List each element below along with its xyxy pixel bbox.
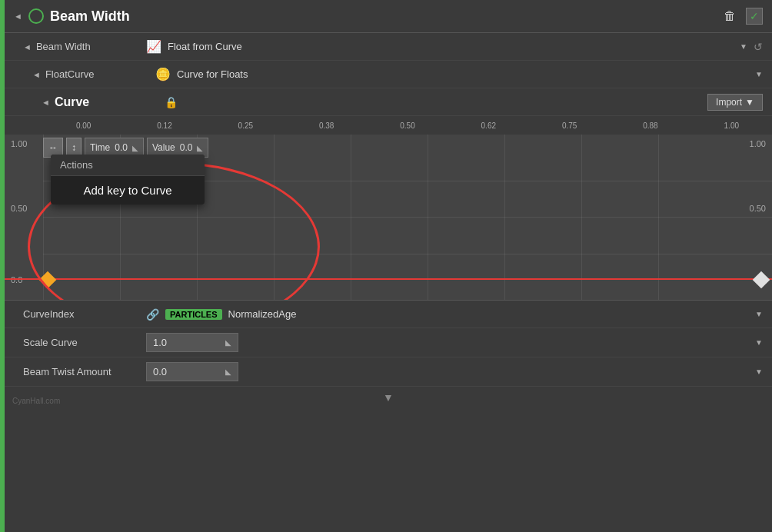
delete-button[interactable]: 🗑 <box>720 8 740 25</box>
curve-for-floats-text: Curve for Floats <box>177 68 248 80</box>
beam-width-collapse[interactable]: ◄ <box>23 42 32 52</box>
float-curve-label: ◄ FloatCurve <box>32 68 155 80</box>
float-curve-value: 🪙 Curve for Floats ▼ <box>155 67 763 81</box>
red-baseline <box>5 278 772 280</box>
scroll-down-arrow: ▼ <box>383 391 394 404</box>
beam-twist-input[interactable]: 0.0 ◣ <box>146 362 238 381</box>
beam-width-prop-row: ◄ Beam Width 📈 Float from Curve ▼ ↺ <box>5 33 772 61</box>
curve-ruler: 0.00 0.12 0.25 0.38 0.50 0.62 0.75 0.88 … <box>5 116 772 135</box>
curve-label: ◄ Curve <box>42 95 165 109</box>
beam-twist-value-text: 0.0 <box>153 366 167 377</box>
ruler-tick-1: 0.12 <box>124 121 205 130</box>
float-curve-icon: 📈 <box>146 39 161 54</box>
time-label: Time <box>90 142 110 153</box>
float-curve-prop-row: ◄ FloatCurve 🪙 Curve for Floats ▼ <box>5 61 772 88</box>
context-menu-header: Actions <box>51 155 205 176</box>
scale-curve-dropdown-arrow[interactable]: ▼ <box>755 338 763 347</box>
curve-index-label: CurveIndex <box>23 308 146 320</box>
beam-width-value: 📈 Float from Curve ▼ ↺ <box>146 39 763 54</box>
import-label: Import <box>716 97 742 108</box>
beam-width-dropdown-arrow[interactable]: ▼ <box>740 42 747 51</box>
scale-curve-value-text: 1.0 <box>153 337 167 348</box>
particles-badge: PARTICLES <box>165 309 222 320</box>
curve-index-value: 🔗 PARTICLES NormalizedAge ▼ <box>146 308 763 321</box>
y-label-top-right: 1.00 <box>750 139 766 148</box>
ruler-tick-6: 0.75 <box>529 121 610 130</box>
time-expand-icon: ◣ <box>132 144 138 152</box>
scale-curve-expand-icon: ◣ <box>225 338 231 347</box>
grid-h-2 <box>43 254 772 254</box>
ruler-tick-8: 1.00 <box>691 121 772 130</box>
beam-twist-label-text: Beam Twist Amount <box>23 366 111 377</box>
curve-prop-row: ◄ Curve 🔒 Import ▼ <box>5 88 772 116</box>
beam-width-label-text: Beam Width <box>36 41 91 52</box>
collapse-arrow[interactable]: ◄ <box>14 12 22 21</box>
ruler-tick-5: 0.62 <box>448 121 529 130</box>
y-label-mid-left: 0.50 <box>11 204 27 213</box>
enable-checkbox[interactable] <box>746 8 763 25</box>
import-dropdown-arrow: ▼ <box>745 97 754 108</box>
time-value: 0.0 <box>115 142 128 153</box>
scale-curve-label: Scale Curve <box>23 337 146 348</box>
curve-editor[interactable]: 0.00 0.12 0.25 0.38 0.50 0.62 0.75 0.88 … <box>5 116 772 301</box>
y-label-top-left: 1.00 <box>11 139 27 148</box>
y-label-mid-right: 0.50 <box>750 204 766 213</box>
watermark-text: CyanHall.com <box>12 397 60 405</box>
header-row: ◄ Beam Width 🗑 <box>5 0 772 33</box>
scale-curve-row: Scale Curve 1.0 ◣ ▼ <box>5 328 772 357</box>
keyframe-right[interactable] <box>753 271 770 289</box>
float-curve-label-text: FloatCurve <box>45 68 95 80</box>
float-curve-dropdown-arrow[interactable]: ▼ <box>755 70 763 78</box>
value-expand-icon: ◣ <box>197 144 203 152</box>
ruler-tick-0: 0.00 <box>43 121 124 130</box>
import-button[interactable]: Import ▼ <box>707 94 763 111</box>
add-key-to-curve-item[interactable]: Add key to Curve <box>51 176 205 204</box>
main-container: ◄ Beam Width 🗑 ◄ Beam Width 📈 Float from… <box>0 0 772 532</box>
curve-index-value-text: NormalizedAge <box>228 308 297 320</box>
keyframe-left[interactable] <box>39 271 57 289</box>
ruler-tick-3: 0.38 <box>286 121 367 130</box>
beam-width-label: ◄ Beam Width <box>23 41 146 52</box>
ruler-tick-2: 0.25 <box>205 121 286 130</box>
scroll-indicator[interactable]: ▼ <box>5 387 772 408</box>
beam-twist-label: Beam Twist Amount <box>23 366 146 377</box>
beam-twist-dropdown-arrow[interactable]: ▼ <box>755 367 763 376</box>
value-value: 0.0 <box>180 142 193 153</box>
float-from-curve-text: Float from Curve <box>168 41 242 52</box>
y-label-bottom-left: 0.0 <box>11 275 22 284</box>
curve-label-text: Curve <box>55 95 89 109</box>
curve-for-floats-icon: 🪙 <box>155 67 171 81</box>
curve-index-dropdown-arrow[interactable]: ▼ <box>755 310 763 318</box>
header-actions: 🗑 <box>720 8 763 25</box>
ruler-tick-7: 0.88 <box>610 121 690 130</box>
content-panel: ◄ Beam Width 🗑 ◄ Beam Width 📈 Float from… <box>5 0 772 532</box>
value-label: Value <box>152 142 175 153</box>
curve-value: 🔒 Import ▼ <box>165 94 763 111</box>
scale-curve-value: 1.0 ◣ ▼ <box>146 333 763 352</box>
curve-collapse[interactable]: ◄ <box>42 98 50 107</box>
float-curve-collapse[interactable]: ◄ <box>32 70 41 79</box>
beam-width-icon-circle <box>28 8 44 24</box>
scale-curve-label-text: Scale Curve <box>23 337 78 348</box>
beam-twist-expand-icon: ◣ <box>225 367 231 376</box>
curve-index-label-text: CurveIndex <box>23 308 74 320</box>
scale-curve-input[interactable]: 1.0 ◣ <box>146 333 238 352</box>
header-title: Beam Width <box>50 8 714 25</box>
ruler-tick-4: 0.50 <box>367 121 448 130</box>
beam-twist-row: Beam Twist Amount 0.0 ◣ ▼ <box>5 357 772 387</box>
curve-index-link-icon: 🔗 <box>146 308 159 321</box>
beam-twist-value: 0.0 ◣ ▼ <box>146 362 763 381</box>
context-menu-overlay: Actions Add key to Curve <box>51 155 205 204</box>
curve-index-row: CurveIndex 🔗 PARTICLES NormalizedAge ▼ <box>5 301 772 328</box>
grid-h-1 <box>43 217 772 218</box>
curve-lock-icon: 🔒 <box>165 96 178 108</box>
beam-width-revert-icon[interactable]: ↺ <box>754 41 763 53</box>
context-menu: Actions Add key to Curve <box>51 155 205 204</box>
